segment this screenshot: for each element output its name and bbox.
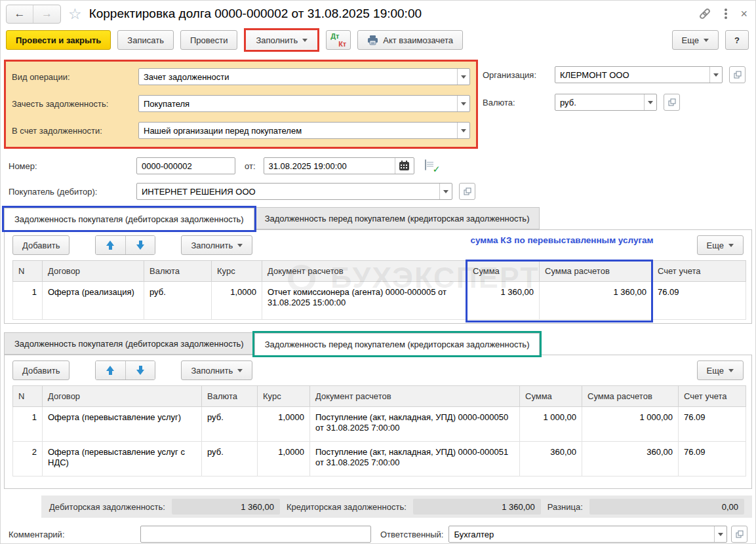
post-button[interactable]: Провести: [180, 30, 238, 50]
offset-label: Зачесть задолженность:: [12, 99, 138, 109]
cell-currency[interactable]: руб.: [144, 282, 212, 320]
forward-button[interactable]: →: [33, 5, 60, 23]
responsible-select[interactable]: Бухгалтер: [448, 526, 727, 543]
chevron-down-icon: [648, 101, 653, 104]
cell-document[interactable]: Отчет комиссионера (агента) 0000-000005 …: [262, 282, 468, 320]
fill-table-button[interactable]: Заполнить: [181, 235, 252, 255]
table-row: 1 Оферта (реализация) руб. 1,0000 Отчет …: [13, 282, 746, 320]
organization-value: КЛЕРМОНТ ООО: [560, 70, 709, 80]
fill-table-button[interactable]: Заполнить: [181, 360, 252, 380]
cell-currency[interactable]: руб.: [202, 442, 258, 476]
col-amount: Сумма: [468, 261, 540, 282]
open-buyer-button[interactable]: [459, 183, 475, 200]
move-up-button[interactable]: [96, 361, 125, 379]
dropdown-button[interactable]: [439, 184, 452, 199]
move-down-button[interactable]: [125, 236, 155, 254]
tab-debtor-debt[interactable]: Задолженность покупателя (дебиторская за…: [4, 208, 254, 230]
cell-rate[interactable]: 1,0000: [258, 407, 310, 442]
cell-settlement[interactable]: 360,00: [582, 442, 679, 476]
close-icon[interactable]: ×: [740, 8, 747, 20]
chevron-down-icon: [237, 369, 243, 372]
fill-button[interactable]: Заполнить: [246, 30, 317, 50]
dropdown-button[interactable]: [644, 94, 656, 110]
date-input[interactable]: 31.08.2025 19:00:00: [264, 157, 414, 174]
cell-amount[interactable]: 360,00: [520, 442, 582, 476]
buyer-row: Покупатель (дебитор): ИНТЕРНЕТ РЕШЕНИЯ О…: [9, 183, 747, 200]
against-select[interactable]: Нашей организации перед покупателем: [138, 122, 470, 139]
title-icons: ×: [698, 7, 747, 20]
cell-rate[interactable]: 1,0000: [258, 442, 310, 476]
offset-select[interactable]: Покупателя: [138, 95, 470, 112]
buyer-select[interactable]: ИНТЕРНЕТ РЕШЕНИЯ ООО: [136, 183, 452, 200]
kt-label: Кт: [338, 40, 346, 48]
calendar-button[interactable]: [395, 158, 414, 174]
move-down-button[interactable]: [125, 361, 155, 379]
back-button[interactable]: ←: [7, 5, 33, 23]
cell-n[interactable]: 1: [13, 407, 43, 442]
move-up-button[interactable]: [96, 236, 125, 254]
operation-label: Вид операции:: [12, 72, 138, 82]
dropdown-button[interactable]: [714, 526, 726, 542]
org-currency-fields: Организация: КЛЕРМОНТ ООО Валюта: руб.: [483, 66, 753, 121]
cell-rate[interactable]: 1,0000: [212, 282, 262, 320]
dropdown-button[interactable]: [457, 123, 469, 138]
currency-label: Валюта:: [483, 98, 555, 107]
chevron-down-icon: [718, 533, 723, 536]
panel-padding: [5, 476, 751, 488]
annotation-red-box-fill-button: Заполнить: [244, 28, 319, 52]
open-organization-button[interactable]: [729, 66, 746, 83]
tab-creditor-debt[interactable]: Задолженность перед покупателем (кредито…: [254, 333, 540, 355]
cell-amount[interactable]: 1 000,00: [520, 407, 582, 442]
post-and-close-button[interactable]: Провести и закрыть: [6, 30, 111, 50]
dropdown-button[interactable]: [457, 96, 469, 111]
cell-currency[interactable]: руб.: [202, 407, 258, 442]
fill-table-label: Заполнить: [191, 366, 233, 376]
print-act-label: Акт взаимозачета: [383, 35, 453, 45]
col-n: N: [13, 386, 43, 407]
table-more-button[interactable]: Еще: [697, 360, 744, 380]
cell-amount[interactable]: 1 360,00: [468, 282, 540, 320]
dropdown-button[interactable]: [457, 69, 469, 85]
debtor-section: Задолженность покупателя (дебиторская за…: [1, 207, 755, 324]
currency-select[interactable]: руб.: [555, 94, 657, 111]
open-currency-button[interactable]: [664, 94, 680, 111]
move-row-group: [95, 360, 155, 380]
forward-icon: →: [41, 7, 52, 20]
dtkt-postings-button[interactable]: Дт Кт: [326, 30, 351, 50]
cell-settlement[interactable]: 1 000,00: [582, 407, 679, 442]
more-button[interactable]: Еще: [672, 30, 719, 50]
cell-account[interactable]: 76.09: [679, 407, 746, 442]
tab-creditor-debt[interactable]: Задолженность перед покупателем (кредито…: [254, 207, 540, 229]
cell-n[interactable]: 1: [13, 282, 43, 320]
creditor-table-toolbar: Добавить Заполнить Еще: [5, 355, 751, 385]
table-more-button[interactable]: Еще: [697, 235, 744, 255]
cell-settlement[interactable]: 1 360,00: [540, 282, 652, 320]
organization-select[interactable]: КЛЕРМОНТ ООО: [555, 66, 723, 83]
add-row-button[interactable]: Добавить: [12, 360, 70, 380]
link-icon[interactable]: [698, 7, 711, 20]
cell-contract[interactable]: Оферта (перевыставление услуг): [43, 407, 202, 442]
print-act-button[interactable]: Акт взаимозачета: [357, 30, 463, 50]
tab-debtor-debt[interactable]: Задолженность покупателя (дебиторская за…: [4, 332, 254, 355]
operation-select[interactable]: Зачет задолженности: [138, 68, 470, 85]
col-rate: Курс: [212, 261, 262, 282]
open-responsible-button[interactable]: [731, 526, 747, 543]
help-button[interactable]: ?: [725, 30, 749, 50]
comment-input[interactable]: [140, 526, 371, 543]
cell-document[interactable]: Поступление (акт, накладная, УПД) 0000-0…: [310, 442, 520, 476]
add-row-button[interactable]: Добавить: [12, 235, 70, 255]
cell-n[interactable]: 2: [13, 442, 43, 476]
more-options-icon[interactable]: [725, 12, 727, 15]
number-input[interactable]: 0000-000002: [136, 157, 235, 174]
main-toolbar: Провести и закрыть Записать Провести Зап…: [1, 27, 755, 57]
cell-document[interactable]: Поступление (акт, накладная, УПД) 0000-0…: [310, 407, 520, 442]
col-contract: Договор: [43, 261, 144, 282]
dropdown-button[interactable]: [709, 67, 722, 83]
favorite-star-icon[interactable]: ☆: [68, 7, 82, 22]
cell-contract[interactable]: Оферта (реализация): [43, 282, 144, 320]
cell-account[interactable]: 76.09: [652, 282, 746, 320]
write-button[interactable]: Записать: [117, 30, 174, 50]
cell-account[interactable]: 76.09: [679, 442, 746, 476]
cell-contract[interactable]: Оферта (перевыставление услуг с НДС): [43, 442, 202, 476]
chevron-down-icon: [728, 244, 734, 247]
